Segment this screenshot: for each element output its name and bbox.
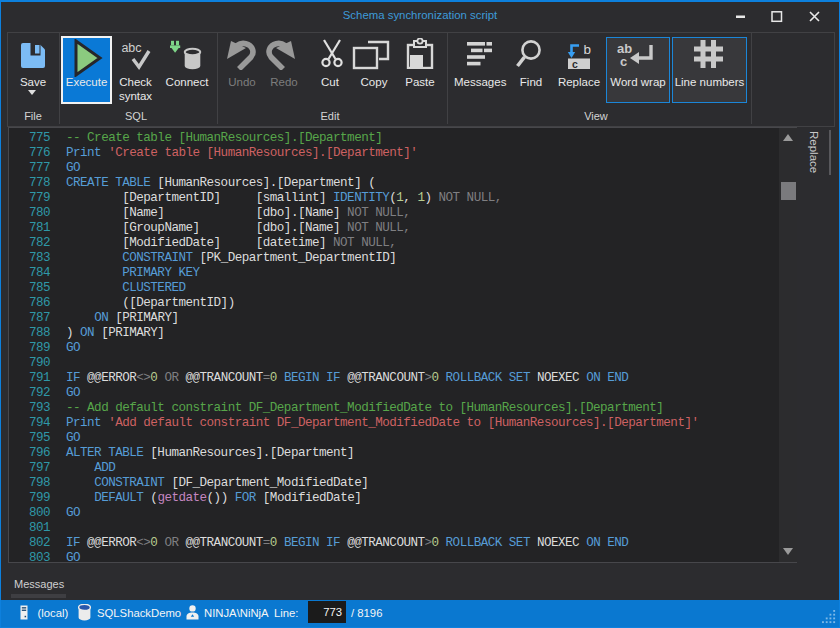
svg-text:c: c xyxy=(620,54,627,69)
svg-text:b: b xyxy=(584,42,592,57)
svg-text:c: c xyxy=(572,58,578,70)
